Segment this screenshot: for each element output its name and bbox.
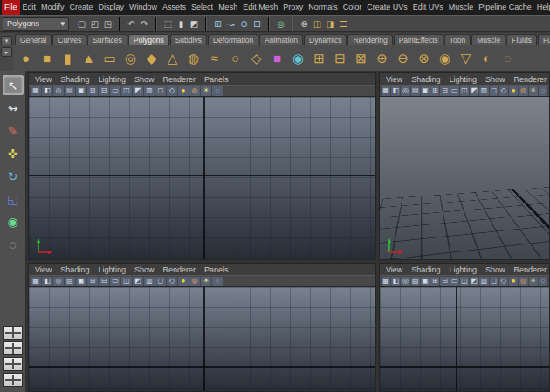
- menubar-item-display[interactable]: Display: [96, 0, 127, 15]
- bookmark-icon[interactable]: ▤: [411, 277, 420, 286]
- shelf-tab-surfaces[interactable]: Surfaces: [87, 34, 127, 45]
- textured-icon[interactable]: ◍: [519, 86, 527, 96]
- field-chart-icon[interactable]: ▥: [479, 86, 488, 96]
- save-scene-icon[interactable]: ◳: [101, 17, 120, 31]
- wireframe-icon[interactable]: ◇: [167, 277, 177, 286]
- viewport-panel-top-right[interactable]: ViewShadingLightingShowRendererPanels ▦◧…: [379, 72, 550, 260]
- safe-action-icon[interactable]: ◻: [490, 277, 498, 286]
- menubar-item-modify[interactable]: Modify: [38, 0, 67, 15]
- panel-menu-item-renderer[interactable]: Renderer: [158, 75, 200, 84]
- redo-icon[interactable]: ↷: [138, 17, 157, 31]
- image-plane-icon[interactable]: ▣: [421, 277, 430, 286]
- resolution-gate-icon[interactable]: ◫: [460, 277, 469, 286]
- camera-attributes-icon[interactable]: ◎: [401, 277, 409, 286]
- separate-icon[interactable]: ⊟: [330, 48, 350, 69]
- poly-torus-icon[interactable]: ◎: [120, 48, 141, 69]
- panel-menu-item-lighting[interactable]: Lighting: [93, 265, 130, 274]
- viewport-panel-bottom-right[interactable]: ViewShadingLightingShowRendererPanels ▦◧…: [379, 263, 550, 392]
- snap-plane-icon[interactable]: ⊡: [251, 17, 270, 31]
- lock-camera-icon[interactable]: ◧: [42, 277, 52, 286]
- gate-mask-icon[interactable]: ◩: [133, 86, 143, 96]
- combine-icon[interactable]: ⊞: [309, 48, 329, 69]
- field-chart-icon[interactable]: ▥: [144, 277, 155, 286]
- shelf-tab-deformation[interactable]: Deformation: [208, 34, 258, 45]
- panel-menu-item-panels[interactable]: Panels: [200, 265, 233, 274]
- poly-pipe-icon[interactable]: ◍: [183, 48, 203, 69]
- open-scene-icon[interactable]: ◰: [88, 17, 101, 31]
- resolution-gate-icon[interactable]: ◫: [121, 86, 132, 96]
- poly-prism-icon[interactable]: ◆: [141, 48, 162, 69]
- shelf-menu-button[interactable]: ▸: [1, 47, 12, 57]
- menubar-item-file[interactable]: File: [2, 0, 20, 15]
- persp-outliner-layout[interactable]: [3, 373, 23, 387]
- panel-menu-item-view[interactable]: View: [31, 265, 56, 274]
- smooth-shade-icon[interactable]: ●: [509, 86, 518, 96]
- use-all-lights-icon[interactable]: ☀: [529, 277, 538, 286]
- shelf-tab-subdivs[interactable]: Subdivs: [170, 34, 207, 45]
- two-d-pan-zoom-icon[interactable]: ⊞: [87, 86, 98, 96]
- use-all-lights-icon[interactable]: ☀: [201, 86, 211, 96]
- camera-attributes-icon[interactable]: ◎: [53, 277, 64, 286]
- textured-icon[interactable]: ◍: [189, 277, 200, 286]
- mirror-geometry-icon[interactable]: ◐: [477, 48, 497, 69]
- select-camera-icon[interactable]: ▦: [31, 86, 41, 96]
- snap-curve-icon[interactable]: ↝: [224, 17, 237, 31]
- select-camera-icon[interactable]: ▦: [382, 277, 390, 286]
- camera-attributes-icon[interactable]: ◎: [401, 86, 409, 96]
- film-gate-icon[interactable]: ▭: [110, 277, 120, 286]
- make-live-icon[interactable]: ◎: [274, 17, 293, 31]
- panel-menu-item-view[interactable]: View: [382, 265, 407, 274]
- smooth-shade-icon[interactable]: ●: [178, 277, 189, 286]
- panel-menu-item-shading[interactable]: Shading: [407, 265, 444, 274]
- lock-camera-icon[interactable]: ◧: [42, 86, 52, 96]
- poly-soccer-ball-icon[interactable]: ○: [225, 48, 245, 69]
- grid-icon[interactable]: ⊟: [99, 277, 109, 286]
- panel-menu-item-lighting[interactable]: Lighting: [444, 265, 481, 274]
- resolution-gate-icon[interactable]: ◫: [460, 86, 469, 96]
- menu-set-selector[interactable]: Polygons ▾: [3, 17, 69, 31]
- render-settings-icon[interactable]: ☰: [337, 17, 350, 31]
- select-tool[interactable]: ↖: [3, 75, 24, 95]
- wireframe-icon[interactable]: ◇: [499, 277, 508, 286]
- select-object-icon[interactable]: ▮: [175, 17, 188, 31]
- poly-paint-cube-icon[interactable]: ■: [267, 48, 287, 69]
- select-camera-icon[interactable]: ▦: [382, 86, 390, 96]
- film-gate-icon[interactable]: ▭: [110, 86, 120, 96]
- wireframe-icon[interactable]: ◇: [167, 86, 177, 96]
- panel-menu-item-renderer[interactable]: Renderer: [509, 265, 550, 274]
- panel-menu-item-shading[interactable]: Shading: [56, 75, 93, 84]
- grid-icon[interactable]: ⊟: [440, 277, 449, 286]
- textured-icon[interactable]: ◍: [519, 277, 527, 286]
- shelf-tab-polygons[interactable]: Polygons: [128, 34, 169, 45]
- poly-helix-icon[interactable]: ≈: [204, 48, 224, 69]
- wireframe-icon[interactable]: ◇: [499, 86, 508, 96]
- bookmark-icon[interactable]: ▤: [411, 86, 420, 96]
- paint-select-tool[interactable]: ✎: [3, 120, 24, 141]
- bookmark-icon[interactable]: ▤: [65, 277, 75, 286]
- construction-history-icon[interactable]: ⊗: [298, 17, 311, 31]
- poly-cube-icon[interactable]: ■: [37, 48, 57, 69]
- camera-attributes-icon[interactable]: ◎: [53, 86, 64, 96]
- menubar-item-edit-uvs[interactable]: Edit UVs: [410, 0, 446, 15]
- field-chart-icon[interactable]: ▥: [479, 277, 488, 286]
- boolean-intersect-icon[interactable]: ⊗: [414, 48, 434, 69]
- safe-action-icon[interactable]: ◻: [155, 277, 166, 286]
- panel-menu-item-panels[interactable]: Panels: [200, 75, 233, 84]
- panel-menu-item-lighting[interactable]: Lighting: [444, 75, 481, 84]
- gate-mask-icon[interactable]: ◩: [470, 277, 478, 286]
- shelf-tab-fluids[interactable]: Fluids: [506, 34, 537, 45]
- shelf-tab-rendering[interactable]: Rendering: [347, 34, 392, 45]
- reduce-icon[interactable]: ▽: [456, 48, 476, 69]
- undo-icon[interactable]: ↶: [125, 17, 138, 31]
- grid-icon[interactable]: ⊟: [99, 86, 109, 96]
- poly-sphere-icon[interactable]: ●: [16, 48, 36, 69]
- shelf-tab-dynamics[interactable]: Dynamics: [304, 34, 347, 45]
- soft-modification-tool[interactable]: ◌: [3, 234, 24, 254]
- shelf-tab-general[interactable]: General: [15, 34, 52, 45]
- smooth-shade-icon[interactable]: ●: [178, 86, 189, 96]
- viewport-panel-bottom-left[interactable]: ViewShadingLightingShowRendererPanels ▦◧…: [28, 263, 376, 392]
- safe-action-icon[interactable]: ◻: [490, 86, 498, 96]
- sculpt-sphere-icon[interactable]: ◉: [288, 48, 308, 69]
- select-hierarchy-icon[interactable]: ⬚: [162, 17, 175, 31]
- viewport-canvas-front[interactable]: [29, 97, 375, 259]
